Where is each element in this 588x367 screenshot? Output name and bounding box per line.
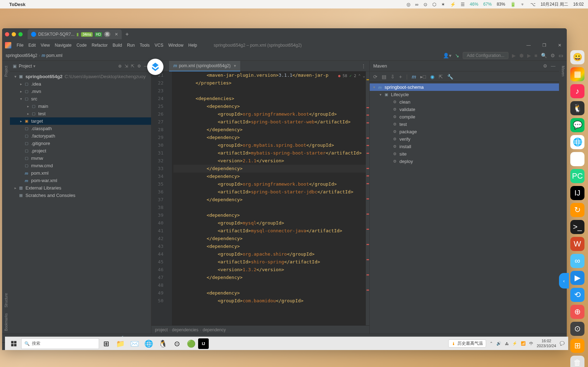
debug-icon[interactable]: ⬢ [519,53,524,58]
win-restore-icon[interactable]: ❐ [537,40,551,50]
add-configuration-button[interactable]: Add Configuration... [463,52,508,59]
notifications-icon[interactable]: ▭ [559,53,563,58]
dock-app-icon[interactable]: ▶ [570,271,584,285]
reload-icon[interactable]: ⟳ [373,74,377,80]
tree-item[interactable]: ▸▣target [10,117,151,125]
dock-app-icon[interactable]: ↻ [570,203,584,217]
editor-content[interactable]: ●58 ✓2 ⌃⌄ 212223242526272829303132333435… [151,71,369,325]
maven-goal[interactable]: ⚙site [370,150,559,158]
tree-item[interactable]: ▾▢src [10,95,151,103]
maven-project-node[interactable]: ▾mspringboot-schema [370,83,559,91]
dock-app-icon[interactable]: ∞ [570,254,584,268]
maven-goal[interactable]: ⚙clean [370,98,559,106]
run-m-icon[interactable]: m [412,74,416,80]
tree-item[interactable]: ▸▢main [10,103,151,110]
user-icon[interactable]: 👤▾ [443,53,451,58]
tray-wifi-icon[interactable]: 📶 [521,341,526,346]
intellij-icon[interactable]: IJ [198,338,209,349]
crumb[interactable]: dependency [203,327,226,332]
tree-item[interactable]: ▢.project [10,147,151,155]
maven-goal[interactable]: ⚙validate [370,106,559,113]
add-icon[interactable]: + [399,74,402,80]
edge-icon[interactable]: 🌐 [142,337,156,350]
maven-goal[interactable]: ⚙test [370,121,559,128]
menu-help[interactable]: Help [186,43,200,48]
menu-navigate[interactable]: Navigate [52,43,74,48]
settings-icon[interactable]: ⚙ [550,53,555,58]
menu-icon[interactable]: ∞ [415,2,419,7]
crumb-project[interactable]: springboot654g2 [6,53,37,58]
menu-vcs[interactable]: VCS [152,43,166,48]
mac-app-name[interactable]: ToDesk [9,2,25,7]
tab-menu-icon[interactable]: ⋮ [361,63,366,69]
maven-lifecycle-node[interactable]: ▾▣Lifecycle [370,91,559,98]
tray-battery-icon[interactable]: ⚡ [512,341,517,346]
dock-app-icon[interactable]: >_ [570,220,584,234]
dock-app-icon[interactable]: ⊞ [570,339,584,353]
dock-app-icon[interactable]: ⟲ [570,288,584,302]
dock-app-icon[interactable]: 🐧 [570,101,584,115]
win-minimize-icon[interactable]: — [521,40,536,50]
dock-app-icon[interactable]: PC [570,169,584,183]
expand-icon[interactable]: ⇲ [125,64,128,69]
collapse-icon[interactable]: ⇱ [131,64,134,69]
menu-icon[interactable]: ⚡ [450,2,456,7]
dock-app-icon[interactable]: 😀 [570,50,584,64]
dock-app-icon[interactable]: IJ [570,186,584,200]
task-view-icon[interactable]: ⊞ [99,337,113,350]
search-icon[interactable]: 🔍 [541,53,547,58]
menu-file[interactable]: File [14,43,26,48]
dock-app-icon[interactable]: ♪ [570,84,584,98]
tab-structure[interactable]: Structure [4,290,9,310]
menu-view[interactable]: View [38,43,52,48]
tree-item[interactable]: ▸▢.idea [10,80,151,88]
maven-goal[interactable]: ⚙compile [370,113,559,121]
explorer-icon[interactable]: 📁 [113,337,127,350]
dock-app-icon[interactable]: ⊕ [570,305,584,319]
crumb-file[interactable]: mpom.xml [41,53,62,58]
tree-item[interactable]: ▢.factorypath [10,132,151,140]
menu-refactor[interactable]: Refactor [89,43,110,48]
control-icon[interactable]: ⌥ [530,2,536,7]
menu-run[interactable]: Run [125,43,137,48]
mac-date[interactable]: 10月24日 周二 [541,1,568,7]
start-button[interactable] [6,337,21,350]
dock-app-icon[interactable]: 🗑 [570,356,584,367]
project-panel-title[interactable]: Project [19,64,32,69]
wrench-icon[interactable]: 🔧 [447,74,453,80]
menu-icon[interactable]: ⊙ [423,2,427,7]
taskbar-search[interactable]: 🔍 搜索 [21,338,99,349]
maven-goal[interactable]: ⚙deploy [370,158,559,165]
tree-ext-lib[interactable]: ▸▥External Libraries [10,184,151,192]
collapse-icon[interactable]: ⇱ [439,74,443,80]
crumb[interactable]: project [155,327,168,332]
tree-item[interactable]: ▸▢.mvn [10,88,151,95]
mac-time[interactable]: 16:02 [573,2,584,7]
win-close-icon[interactable]: ✕ [553,40,567,50]
maven-goal[interactable]: ⚙package [370,128,559,135]
run-icon[interactable]: ▶ [512,53,516,58]
tree-item[interactable]: mpom.xml [10,169,151,177]
tree-item[interactable]: mpom-war.xml [10,177,151,184]
problems-strip[interactable] [366,71,369,325]
dock-app-icon[interactable]: ▦ [570,67,584,81]
crumb[interactable]: dependencies [172,327,198,332]
menu-build[interactable]: Build [110,43,125,48]
tree-item[interactable]: ▢.classpath [10,125,151,132]
tree-root[interactable]: ▾▣ springboot654g2 C:\Users\liyawen\Desk… [10,73,151,80]
menu-window[interactable]: Window [166,43,186,48]
side-bubble-icon[interactable]: ‹ [559,273,569,289]
wifi-icon[interactable]: ᯤ [521,2,525,7]
toggle-icon[interactable]: ◉ [430,74,434,80]
tray-volume-icon[interactable]: 🔊 [496,341,501,346]
build-icon[interactable]: ↘ [455,53,459,58]
dock-app-icon[interactable]: T [570,152,584,166]
execute-icon[interactable]: ▸□ [420,74,426,80]
menu-icon[interactable]: ⬡ [432,2,436,7]
battery-icon[interactable]: 🔋 [510,2,516,7]
tray-chevron-icon[interactable]: ⌃ [490,341,493,346]
tray-ime[interactable]: 中 [529,341,533,346]
mail-icon[interactable]: ✉️ [127,337,142,350]
settings-icon[interactable]: ⚙ [543,63,547,69]
todesk-overlay-icon[interactable] [147,59,163,75]
